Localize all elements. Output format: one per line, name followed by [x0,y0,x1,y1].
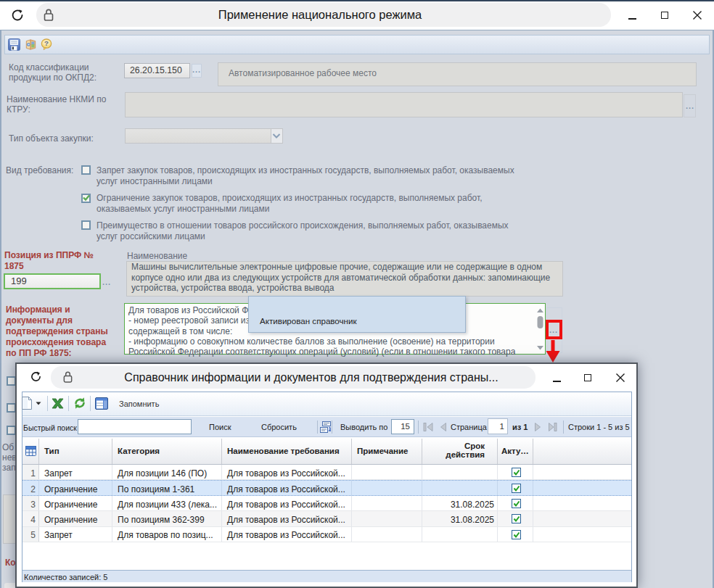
svg-text:?: ? [44,39,49,47]
